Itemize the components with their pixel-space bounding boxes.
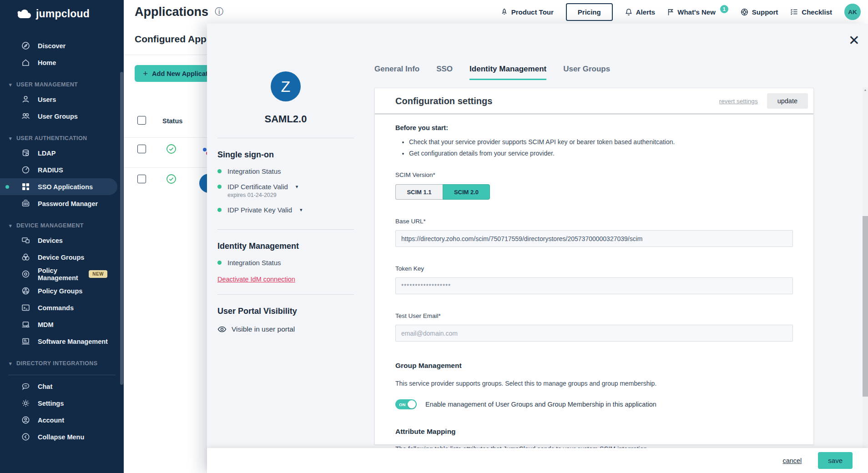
chevron-down-icon: ▾ xyxy=(300,207,303,213)
sidebar-item-policy-groups[interactable]: Policy Groups xyxy=(0,282,117,299)
scim-2-0-button[interactable]: SCIM 2.0 xyxy=(443,184,490,200)
scim-1-1-button[interactable]: SCIM 1.1 xyxy=(395,184,443,200)
sidebar-item-device-groups[interactable]: Device Groups xyxy=(0,249,117,266)
whats-new-badge: 1 xyxy=(720,5,728,13)
portal-visibility-status: Visible in user portal xyxy=(217,325,354,333)
configuration-card-content: Before you start: Check that your servic… xyxy=(375,114,813,453)
tab-identity-management[interactable]: Identity Management xyxy=(469,65,546,80)
base-url-input[interactable] xyxy=(395,230,793,247)
sidebar-scrollbar[interactable] xyxy=(120,72,123,385)
sidebar-item-label: Account xyxy=(38,417,64,424)
group-management-toggle[interactable]: ON xyxy=(395,399,417,409)
sidebar-item-label: SSO Applications xyxy=(38,183,93,191)
support-label: Support xyxy=(752,8,778,16)
sidebar-item-user-groups[interactable]: User Groups xyxy=(0,108,117,125)
tab-user-groups[interactable]: User Groups xyxy=(563,65,610,80)
brand-logo[interactable]: jumpcloud xyxy=(0,0,124,20)
sidebar-section-user-authentication[interactable]: ▾ USER AUTHENTICATION xyxy=(0,135,124,141)
idp-private-key-status[interactable]: IDP Private Key Valid ▾ xyxy=(217,206,354,214)
group-management-toggle-row: ON Enable management of User Groups and … xyxy=(395,399,793,409)
sidebar-item-label: Chat xyxy=(38,383,52,390)
sidebar-item-settings[interactable]: Settings xyxy=(0,395,117,412)
whats-new-link[interactable]: What's New 1 xyxy=(667,8,728,16)
sidebar-item-label: Device Groups xyxy=(38,254,84,261)
sidebar-item-sso-applications[interactable]: SSO Applications xyxy=(0,178,117,195)
idp-certificate-status[interactable]: IDP Certificate Valid ▾ xyxy=(217,183,354,191)
sidebar-item-label: Password Manager xyxy=(38,200,98,207)
chevron-down-icon: ▾ xyxy=(9,223,12,229)
scroll-up-icon[interactable]: ▲ xyxy=(863,88,868,91)
new-badge: NEW xyxy=(89,270,107,278)
sidebar-item-ldap[interactable]: LDAP xyxy=(0,145,117,161)
before-you-start-heading: Before you start: xyxy=(395,124,793,131)
sidebar-item-collapse-menu[interactable]: Collapse Menu xyxy=(0,428,117,445)
collapse-arrow-icon xyxy=(21,433,30,441)
update-button[interactable]: update xyxy=(767,93,808,109)
info-icon[interactable]: ⓘ xyxy=(215,6,223,18)
sso-section-heading: Single sign-on xyxy=(217,150,354,160)
alerts-link[interactable]: Alerts xyxy=(625,8,656,16)
product-tour-link[interactable]: Product Tour xyxy=(501,8,554,16)
cancel-button[interactable]: cancel xyxy=(782,457,802,464)
scim-version-label: SCIM Version* xyxy=(395,171,793,178)
sidebar-item-label: Discover xyxy=(38,42,66,50)
attribute-mapping-heading: Attribute Mapping xyxy=(395,428,793,436)
sidebar-item-users[interactable]: Users xyxy=(0,91,117,108)
bullet-item: Check that your service provider support… xyxy=(409,138,793,146)
sidebar-item-software-management[interactable]: Software Management xyxy=(0,333,117,350)
sidebar-item-devices[interactable]: Devices xyxy=(0,232,117,249)
sidebar-item-label: Collapse Menu xyxy=(38,433,84,441)
revert-settings-link[interactable]: revert settings xyxy=(719,98,758,105)
sidebar-item-label: User Groups xyxy=(38,113,78,120)
plus-icon: + xyxy=(143,69,148,79)
test-user-email-input[interactable] xyxy=(395,325,793,342)
sidebar-item-discover[interactable]: Discover xyxy=(0,37,117,54)
group-management-toggle-label: Enable management of User Groups and Gro… xyxy=(425,401,656,408)
close-icon[interactable]: ✕ xyxy=(848,34,860,47)
checklist-icon xyxy=(790,8,798,15)
sidebar-section-title: USER AUTHENTICATION xyxy=(16,135,87,141)
avatar[interactable]: AK xyxy=(844,4,861,20)
status-column-header: Status xyxy=(162,117,182,125)
configuration-card-header: Configuration settings revert settings u… xyxy=(375,88,813,114)
save-button[interactable]: save xyxy=(818,452,853,469)
product-tour-label: Product Tour xyxy=(511,8,554,16)
sidebar-item-policy-management[interactable]: Policy Management NEW xyxy=(0,266,117,282)
sidebar-item-password-manager[interactable]: Password Manager xyxy=(0,195,117,212)
gear-icon xyxy=(21,399,30,408)
account-circle-icon xyxy=(21,416,30,424)
sidebar-section-device-management[interactable]: ▾ DEVICE MANAGEMENT xyxy=(0,222,124,229)
sidebar-item-label: Policy Management xyxy=(38,267,81,282)
sidebar-item-label: Home xyxy=(38,59,56,66)
status-label: IDP Private Key Valid xyxy=(227,206,292,214)
divider xyxy=(217,294,354,295)
grouped-target-icon xyxy=(21,287,30,295)
sidebar-item-chat[interactable]: Chat xyxy=(0,378,117,395)
row-checkbox[interactable] xyxy=(137,145,146,153)
cloud-logo-icon xyxy=(16,9,32,19)
sidebar-item-home[interactable]: Home xyxy=(0,54,117,71)
drawer-scrollbar[interactable]: ▲ ▼ xyxy=(863,87,868,461)
app-summary-panel: Z SAML2.0 Single sign-on Integration Sta… xyxy=(217,24,354,333)
pricing-button[interactable]: Pricing xyxy=(566,3,613,21)
sidebar-section-user-management[interactable]: ▾ USER MANAGEMENT xyxy=(0,81,124,88)
support-link[interactable]: Support xyxy=(741,8,778,16)
user-icon xyxy=(21,95,30,104)
checklist-link[interactable]: Checklist xyxy=(790,8,832,16)
sidebar-section-directory-integrations[interactable]: ▾ DIRECTORY INTEGRATIONS xyxy=(0,360,124,367)
tab-sso[interactable]: SSO xyxy=(436,65,453,80)
sidebar-item-commands[interactable]: Commands xyxy=(0,299,117,316)
sidebar-item-account[interactable]: Account xyxy=(0,412,117,428)
drawer-scrollbar-thumb[interactable] xyxy=(863,216,868,397)
sidebar-item-mdm[interactable]: MDM xyxy=(0,316,117,333)
radar-icon xyxy=(21,166,30,174)
sidebar-item-radius[interactable]: RADIUS xyxy=(0,161,117,178)
topbar-actions: Product Tour Pricing Alerts What's New 1… xyxy=(501,3,861,21)
user-group-icon xyxy=(21,112,30,121)
deactivate-idm-link[interactable]: Deactivate IdM connection xyxy=(217,276,295,283)
token-key-input[interactable] xyxy=(395,277,793,294)
row-checkbox[interactable] xyxy=(137,175,146,183)
select-all-checkbox[interactable] xyxy=(137,116,146,125)
toggle-knob xyxy=(408,400,416,408)
tab-general-info[interactable]: General Info xyxy=(374,65,419,80)
